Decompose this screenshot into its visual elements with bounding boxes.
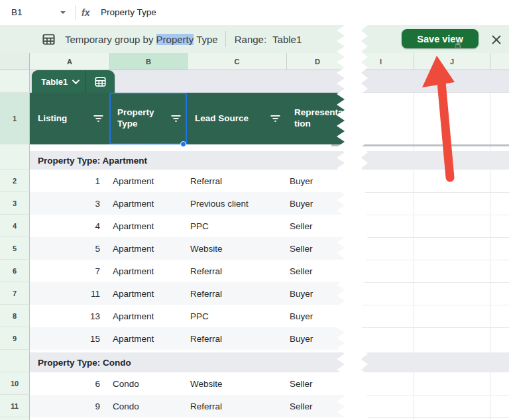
table-header-row: 1 Listing Property Type Lead Source (0, 93, 346, 144)
select-all-corner[interactable] (0, 53, 30, 70)
filter-icon[interactable] (270, 115, 280, 123)
header-cell-representation[interactable]: Representation (286, 93, 346, 144)
cell-representation[interactable]: Seller (286, 372, 346, 395)
cell-representation[interactable]: Buyer (286, 192, 346, 215)
formula-input[interactable]: Property Type (101, 0, 156, 25)
group-header-row: Property Type: Apartment (0, 151, 346, 170)
name-box[interactable]: B1 (11, 0, 23, 25)
table-row: 2 1 Apartment Referral Buyer (0, 170, 346, 192)
cell-property-type[interactable]: Apartment (109, 260, 187, 282)
cell-property-type[interactable]: Apartment (109, 305, 187, 327)
cell-lead-source[interactable]: Referral (187, 282, 286, 305)
column-header-d[interactable]: D (286, 53, 348, 70)
cell-representation[interactable]: Seller (286, 215, 346, 237)
column-header-b[interactable]: B (109, 53, 187, 70)
cell-listing[interactable]: 3 (30, 192, 109, 215)
cell-property-type[interactable]: Apartment (109, 192, 187, 215)
cell-lead-source[interactable]: Referral (187, 327, 286, 350)
row-number[interactable]: 6 (0, 260, 30, 282)
row-number[interactable]: 2 (0, 170, 30, 192)
row-number[interactable]: 3 (0, 192, 30, 215)
gridline (358, 260, 509, 260)
table-row: 11 9 Condo Referral Seller (0, 395, 346, 417)
save-view-button[interactable]: Save view (402, 29, 479, 48)
column-header-c[interactable]: C (187, 53, 286, 70)
gridline (358, 215, 509, 215)
row-gutter-cell (0, 70, 30, 93)
row-number[interactable]: 4 (0, 215, 30, 237)
cell-listing[interactable]: 6 (30, 372, 109, 395)
table-row: 7 11 Apartment Referral Buyer (0, 282, 346, 305)
group-header[interactable]: Property Type: Apartment (30, 151, 346, 170)
header-cell-lead-source[interactable]: Lead Source (187, 93, 286, 144)
gridline (358, 282, 509, 283)
cell-property-type[interactable]: Apartment (109, 237, 187, 260)
gridline (358, 417, 509, 418)
group-header-row: Property Type: Condo (0, 352, 346, 372)
column-header-i[interactable]: I (348, 53, 414, 70)
table-grid-icon (42, 33, 55, 46)
spacer-row (0, 144, 346, 151)
cell-lead-source[interactable]: Previous client (187, 192, 286, 215)
cell-listing[interactable]: 4 (30, 215, 109, 237)
cell-property-type[interactable]: Apartment (109, 282, 187, 305)
table-chip[interactable]: Table1 (32, 70, 115, 93)
chevron-down-icon[interactable] (72, 77, 80, 84)
row-number[interactable]: 10 (0, 372, 30, 395)
cell-representation[interactable]: Seller (286, 237, 346, 260)
cell-representation[interactable]: Buyer (286, 170, 346, 192)
table-grid-icon[interactable] (95, 76, 106, 87)
cell-property-type[interactable]: Apartment (109, 215, 187, 237)
cell-property-type[interactable]: Condo (109, 395, 187, 417)
cell-representation[interactable]: Buyer (286, 327, 346, 350)
row-number[interactable]: 8 (0, 305, 30, 327)
cell-lead-source[interactable]: PPC (187, 215, 286, 237)
cell-listing[interactable]: 13 (30, 305, 109, 327)
cell-listing[interactable]: 1 (30, 170, 109, 192)
cell-lead-source[interactable]: Website (187, 237, 286, 260)
row-number[interactable]: 5 (0, 237, 30, 260)
gridline (358, 192, 509, 193)
close-icon[interactable] (491, 34, 502, 45)
spreadsheet-app: B1 fx Property Type Temporary group by P… (0, 0, 509, 420)
fill-handle[interactable] (180, 141, 186, 147)
row-gutter-cell (0, 352, 30, 372)
cell-listing[interactable]: 11 (30, 282, 109, 305)
cell-property-type[interactable]: Apartment (109, 170, 187, 192)
cell-listing[interactable]: 7 (30, 260, 109, 282)
column-header-j[interactable]: J (414, 53, 490, 70)
cell-listing[interactable]: 9 (30, 395, 109, 417)
row-border (331, 144, 509, 146)
cell-lead-source[interactable]: Referral (187, 170, 286, 192)
cell-listing[interactable]: 5 (30, 237, 109, 260)
cell-representation[interactable]: Buyer (286, 305, 346, 327)
group-header[interactable]: Property Type: Condo (30, 352, 346, 372)
row-number[interactable]: 1 (0, 93, 30, 144)
cell-listing[interactable]: 15 (30, 327, 109, 350)
column-header-k[interactable] (490, 53, 509, 70)
cell-lead-source[interactable]: Referral (187, 395, 286, 417)
filter-icon[interactable] (93, 115, 103, 123)
cell-lead-source[interactable]: Referral (187, 260, 286, 282)
cell-property-type[interactable]: Condo (109, 372, 187, 395)
cell-property-type[interactable]: Apartment (109, 327, 187, 350)
table-chip-label[interactable]: Table1 (41, 77, 68, 87)
cell-representation[interactable]: Seller (286, 260, 346, 282)
cell-lead-source[interactable]: Website (187, 372, 286, 395)
row-number[interactable]: 7 (0, 282, 30, 305)
table-row: 9 15 Apartment Referral Buyer (0, 327, 346, 350)
row-number[interactable]: 9 (0, 327, 30, 350)
chevron-down-icon[interactable] (60, 11, 66, 17)
table-row: 6 7 Apartment Referral Seller (0, 260, 346, 282)
header-cell-property-type[interactable]: Property Type (109, 93, 187, 144)
column-header-a[interactable]: A (30, 53, 109, 70)
cell-lead-source[interactable]: PPC (187, 305, 286, 327)
filter-icon[interactable] (171, 115, 181, 123)
table-row: 3 3 Apartment Previous client Buyer (0, 192, 346, 215)
row-number[interactable]: 11 (0, 395, 30, 417)
cell-representation[interactable]: Seller (286, 395, 346, 417)
gridline (358, 237, 509, 238)
gridline (358, 395, 509, 395)
header-cell-listing[interactable]: Listing (30, 93, 109, 144)
cell-representation[interactable]: Buyer (286, 282, 346, 305)
